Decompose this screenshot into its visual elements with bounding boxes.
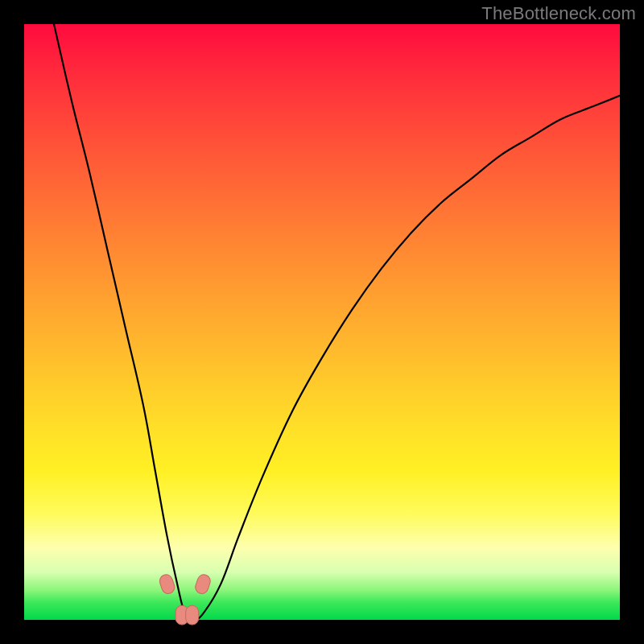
watermark-text: TheBottleneck.com xyxy=(481,3,636,24)
marker-layer xyxy=(158,573,212,625)
curve-marker xyxy=(158,573,176,596)
curve-marker xyxy=(186,605,199,625)
curve-svg xyxy=(24,24,620,620)
bottleneck-curve xyxy=(54,24,620,620)
chart-frame: TheBottleneck.com xyxy=(0,0,644,644)
curve-marker xyxy=(194,573,213,596)
plot-area xyxy=(24,24,620,620)
